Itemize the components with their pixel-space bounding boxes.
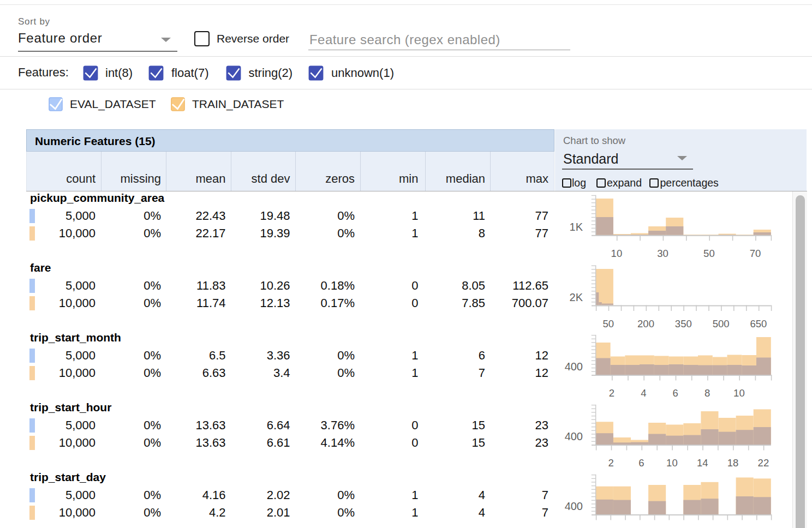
svg-text:10: 10 (733, 387, 745, 399)
svg-text:1K: 1K (570, 221, 583, 233)
svg-text:14: 14 (697, 457, 708, 469)
svg-text:350: 350 (675, 318, 692, 329)
svg-text:30: 30 (657, 248, 668, 259)
svg-text:50: 50 (703, 248, 715, 259)
svg-text:18: 18 (727, 457, 739, 469)
svg-text:2: 2 (609, 387, 614, 399)
svg-text:4: 4 (641, 387, 646, 399)
svg-text:2: 2 (608, 457, 614, 469)
svg-text:22: 22 (758, 457, 769, 469)
svg-text:10: 10 (666, 457, 678, 469)
svg-text:400: 400 (565, 430, 583, 442)
svg-text:500: 500 (713, 318, 730, 329)
svg-text:2K: 2K (570, 291, 583, 303)
svg-text:50: 50 (602, 318, 614, 329)
svg-text:6: 6 (638, 457, 644, 469)
svg-text:8: 8 (704, 387, 710, 399)
svg-text:70: 70 (750, 248, 761, 259)
svg-text:10: 10 (611, 248, 623, 259)
svg-text:650: 650 (750, 318, 767, 329)
svg-text:400: 400 (565, 500, 583, 512)
svg-text:200: 200 (637, 318, 654, 329)
svg-text:6: 6 (673, 387, 678, 399)
svg-text:400: 400 (565, 361, 583, 373)
